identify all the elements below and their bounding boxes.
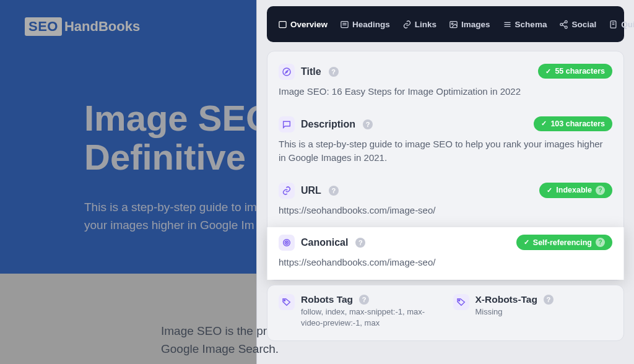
robots-tag-label: Robots Tag (301, 294, 353, 305)
message-icon (279, 116, 295, 132)
hero-title: Image SEO Definitive (84, 99, 274, 176)
link-icon (279, 183, 295, 199)
help-icon[interactable]: ? (359, 295, 369, 305)
help-icon[interactable]: ? (596, 186, 605, 195)
xrobots-tag-value: Missing (476, 306, 554, 318)
schema-icon (503, 20, 512, 29)
overview-card: ✓ 55 characters Title ? Image SEO: 16 Ea… (267, 51, 624, 280)
svg-point-10 (560, 23, 563, 25)
help-icon[interactable]: ? (596, 238, 605, 247)
svg-point-5 (451, 23, 453, 25)
target-icon (279, 235, 295, 251)
title-value: Image SEO: 16 Easy Steps for Image Optim… (279, 85, 612, 99)
robots-tag-column: Robots Tag ? follow, index, max-snippet:… (279, 294, 438, 328)
help-icon[interactable]: ? (329, 186, 339, 196)
overview-icon (278, 20, 287, 29)
tab-label: Overview (290, 20, 328, 29)
canonical-badge: ✓ Self-referencing ? (516, 235, 612, 250)
tab-social[interactable]: Social (554, 16, 601, 33)
svg-point-27 (286, 242, 287, 243)
svg-line-12 (563, 22, 565, 24)
check-icon: ✓ (545, 67, 551, 76)
svg-point-11 (565, 26, 568, 28)
section-heading: Description (301, 119, 355, 130)
tab-images[interactable]: Images (444, 16, 495, 33)
section-heading: Title (301, 66, 321, 77)
badge-label: Indexable (556, 186, 592, 194)
help-icon[interactable]: ? (355, 238, 365, 248)
badge-label: 103 characters (550, 119, 605, 128)
section-heading: Canonical (301, 237, 348, 248)
tab-headings[interactable]: Headings (335, 16, 395, 33)
check-icon: ✓ (524, 238, 529, 246)
tag-icon (453, 294, 469, 310)
compass-icon (279, 64, 295, 80)
quick-links-icon (609, 20, 618, 29)
section-heading: URL (301, 185, 321, 196)
svg-line-13 (563, 25, 565, 27)
help-icon[interactable]: ? (329, 67, 339, 77)
tab-label: Social (571, 20, 596, 29)
badge-label: 55 characters (555, 67, 605, 76)
panel-tabs: Overview Headings Links Images Schema So… (267, 6, 624, 42)
logo-text: HandBooks (64, 19, 140, 35)
xrobots-tag-label: X-Robots-Tag (476, 294, 537, 305)
hero-subtitle: This is a step-by-step guide to im your … (84, 198, 257, 235)
xrobots-tag-column: X-Robots-Tag ? Missing (453, 294, 613, 328)
svg-point-9 (565, 20, 568, 23)
seo-panel: Overview Headings Links Images Schema So… (256, 0, 634, 364)
tab-label: Schema (515, 20, 547, 29)
svg-rect-0 (279, 21, 286, 27)
tab-label: Links (415, 20, 436, 29)
tab-schema[interactable]: Schema (498, 16, 552, 33)
links-icon (402, 20, 412, 29)
url-badge: ✓ Indexable ? (539, 183, 612, 198)
help-icon[interactable]: ? (363, 119, 373, 129)
svg-point-23 (283, 68, 290, 76)
tag-icon (279, 294, 295, 310)
tab-label: Images (461, 20, 490, 29)
social-icon (559, 20, 568, 29)
section-canonical: ✓ Self-referencing ? Canonical ? https:/… (267, 227, 624, 280)
site-logo[interactable]: SEO HandBooks (25, 17, 140, 36)
check-icon: ✓ (541, 119, 547, 128)
help-icon[interactable]: ? (544, 295, 554, 305)
url-value: https://seohandbooks.com/image-seo/ (279, 204, 612, 218)
description-value: This is a step-by-step guide to image SE… (279, 137, 612, 165)
svg-marker-24 (285, 71, 288, 73)
tab-overview[interactable]: Overview (273, 16, 332, 33)
svg-point-28 (284, 300, 285, 301)
headings-icon (340, 20, 349, 29)
canonical-value: https://seohandbooks.com/image-seo/ (279, 256, 612, 270)
tab-label: Quick Links (621, 20, 634, 29)
robots-card: Robots Tag ? follow, index, max-snippet:… (267, 285, 624, 341)
section-url: ✓ Indexable ? URL ? https://seohandbooks… (267, 175, 623, 228)
hero-banner-content: SEO HandBooks Image SEO Definitive This … (0, 0, 256, 274)
badge-label: Self-referencing (533, 238, 592, 247)
section-description: ✓ 103 characters Description ? This is a… (267, 109, 623, 175)
svg-point-29 (458, 300, 459, 301)
tab-links[interactable]: Links (397, 16, 441, 33)
robots-tag-value: follow, index, max-snippet:-1, max-video… (301, 306, 438, 328)
title-badge: ✓ 55 characters (538, 64, 612, 79)
article-body-snippet: Image SEO is the pr Google Image Search. (161, 322, 279, 358)
check-icon: ✓ (547, 186, 552, 194)
logo-box: SEO (25, 17, 62, 36)
description-badge: ✓ 103 characters (534, 116, 612, 131)
images-icon (449, 20, 458, 29)
section-title: ✓ 55 characters Title ? Image SEO: 16 Ea… (267, 56, 623, 109)
tab-quick-links[interactable]: Quick Links (604, 16, 634, 33)
tab-label: Headings (352, 20, 390, 29)
